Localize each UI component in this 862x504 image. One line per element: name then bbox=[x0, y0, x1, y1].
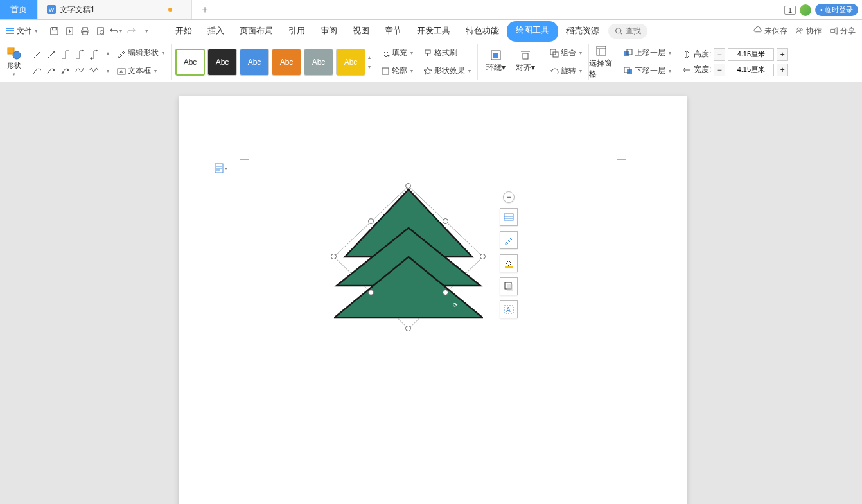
share-link[interactable]: 分享 bbox=[829, 26, 856, 37]
align-button[interactable]: 对齐▾ bbox=[511, 44, 540, 79]
menu-res[interactable]: 稻壳资源 bbox=[558, 20, 607, 42]
bring-forward-button[interactable]: 上移一层▾ bbox=[621, 46, 674, 60]
style-scroll-up[interactable]: ▴ bbox=[368, 55, 371, 60]
line-elbow[interactable] bbox=[58, 47, 73, 62]
line-elbow-arrow[interactable] bbox=[73, 47, 87, 62]
home-tab[interactable]: 首页 bbox=[0, 0, 38, 19]
preview-button[interactable] bbox=[93, 24, 107, 38]
style-3[interactable]: Abc bbox=[240, 49, 269, 76]
handle-se[interactable] bbox=[443, 290, 448, 295]
handle-s[interactable] bbox=[405, 326, 411, 331]
send-backward-button[interactable]: 下移一层▾ bbox=[621, 64, 674, 78]
selected-shape[interactable]: ⟳ bbox=[334, 186, 483, 329]
edit-shape-button[interactable]: 编辑形状▾ bbox=[114, 46, 167, 60]
style-6[interactable]: Abc bbox=[336, 49, 365, 76]
menu-dev[interactable]: 开发工具 bbox=[409, 20, 458, 42]
float-shadow[interactable] bbox=[500, 277, 518, 295]
line-elbow-double[interactable] bbox=[87, 47, 101, 62]
svg-rect-26 bbox=[382, 68, 389, 74]
effect-button[interactable]: 形状效果▾ bbox=[421, 64, 473, 78]
float-collapse[interactable]: − bbox=[503, 191, 515, 203]
group-button[interactable]: 组合▾ bbox=[547, 46, 585, 60]
float-layout[interactable] bbox=[500, 208, 518, 226]
textbox-icon: A bbox=[117, 67, 126, 76]
height-plus[interactable]: + bbox=[777, 48, 788, 61]
handle-ne[interactable] bbox=[443, 218, 448, 224]
menu-chapter[interactable]: 章节 bbox=[377, 20, 409, 42]
outline-button[interactable]: 轮廓▾ bbox=[378, 64, 416, 78]
style-5[interactable]: Abc bbox=[304, 49, 333, 76]
qat-more[interactable]: ▾ bbox=[139, 24, 154, 38]
unsave-link[interactable]: 未保存 bbox=[753, 26, 787, 37]
menu-view[interactable]: 视图 bbox=[345, 20, 377, 42]
login-badge[interactable]: • 临时登录 bbox=[815, 4, 858, 16]
fill-button[interactable]: 填充▾ bbox=[378, 46, 416, 60]
svg-rect-53 bbox=[504, 214, 513, 220]
line-scribble[interactable] bbox=[87, 62, 101, 78]
search-box[interactable]: 查找 bbox=[608, 24, 647, 39]
shape-group: 形状▾ bbox=[3, 44, 26, 80]
menu-ref[interactable]: 引用 bbox=[281, 20, 313, 42]
svg-rect-3 bbox=[82, 27, 87, 30]
line-straight[interactable] bbox=[30, 47, 44, 62]
export-button[interactable] bbox=[62, 24, 76, 38]
shape-gallery-button[interactable]: 形状▾ bbox=[6, 46, 22, 78]
line-curve-double[interactable] bbox=[58, 62, 73, 78]
undo-button[interactable]: ▾ bbox=[109, 24, 123, 38]
paragraph-toggle[interactable]: ▾ bbox=[215, 163, 227, 173]
rotate-handle[interactable]: ⟳ bbox=[451, 300, 460, 309]
format-painter-button[interactable]: 格式刷 bbox=[421, 46, 460, 60]
new-tab-button[interactable]: ＋ bbox=[192, 0, 218, 19]
menu-layout[interactable]: 页面布局 bbox=[232, 20, 281, 42]
handle-e[interactable] bbox=[480, 254, 486, 259]
print-button[interactable] bbox=[78, 24, 92, 38]
height-input[interactable] bbox=[728, 48, 774, 61]
float-text[interactable]: A bbox=[500, 300, 518, 318]
lines-scroll-up[interactable]: ▴ bbox=[107, 50, 109, 56]
menu-special[interactable]: 特色功能 bbox=[458, 20, 507, 42]
tab-count[interactable]: 1 bbox=[784, 6, 796, 15]
canvas-area[interactable]: ▾ ⟳ bbox=[0, 82, 862, 504]
float-pen[interactable] bbox=[500, 231, 518, 249]
lines-scroll-down[interactable]: ▾ bbox=[107, 68, 109, 74]
people-icon bbox=[795, 26, 804, 35]
line-curve-arrow[interactable] bbox=[44, 62, 58, 78]
effect-icon bbox=[423, 67, 432, 76]
menu-insert[interactable]: 插入 bbox=[200, 20, 232, 42]
dimension-group: 高度: − + 宽度: − + bbox=[678, 48, 792, 76]
coop-link[interactable]: 协作 bbox=[795, 26, 822, 37]
document-tab[interactable]: W 文字文稿1 bbox=[38, 0, 192, 19]
line-arrow[interactable] bbox=[44, 47, 58, 62]
style-scroll-down[interactable]: ▾ bbox=[368, 64, 371, 70]
menu-draw[interactable]: 绘图工具 bbox=[507, 21, 558, 42]
style-2[interactable]: Abc bbox=[207, 49, 237, 76]
page[interactable]: ▾ ⟳ bbox=[179, 96, 687, 504]
selection-pane-button[interactable]: 选择窗格 bbox=[589, 45, 617, 80]
page-icon bbox=[215, 163, 224, 173]
handle-sw[interactable] bbox=[368, 290, 374, 295]
file-menu[interactable]: 文件 ▾ bbox=[3, 23, 42, 39]
menu-start[interactable]: 开始 bbox=[168, 20, 200, 42]
handle-w[interactable] bbox=[331, 254, 337, 259]
height-icon bbox=[682, 50, 691, 59]
style-4[interactable]: Abc bbox=[272, 49, 301, 76]
width-minus[interactable]: − bbox=[714, 64, 725, 76]
menu-review[interactable]: 审阅 bbox=[313, 20, 345, 42]
handle-nw[interactable] bbox=[368, 218, 374, 224]
style-1[interactable]: Abc bbox=[175, 49, 205, 76]
height-label: 高度: bbox=[694, 49, 711, 60]
avatar-icon[interactable] bbox=[800, 4, 811, 16]
line-curve[interactable] bbox=[30, 62, 44, 78]
textbox-button[interactable]: A文本框▾ bbox=[114, 64, 167, 78]
float-fill[interactable] bbox=[500, 254, 518, 272]
save-button[interactable] bbox=[47, 24, 61, 38]
wrap-button[interactable]: 环绕▾ bbox=[482, 44, 510, 79]
height-minus[interactable]: − bbox=[714, 48, 725, 61]
handle-n[interactable] bbox=[405, 183, 411, 189]
svg-marker-27 bbox=[424, 67, 432, 74]
width-input[interactable] bbox=[728, 64, 774, 76]
line-freeform[interactable] bbox=[73, 62, 87, 78]
redo-button[interactable] bbox=[124, 24, 138, 38]
rotate-button[interactable]: 旋转▾ bbox=[547, 64, 585, 78]
width-plus[interactable]: + bbox=[777, 64, 788, 76]
